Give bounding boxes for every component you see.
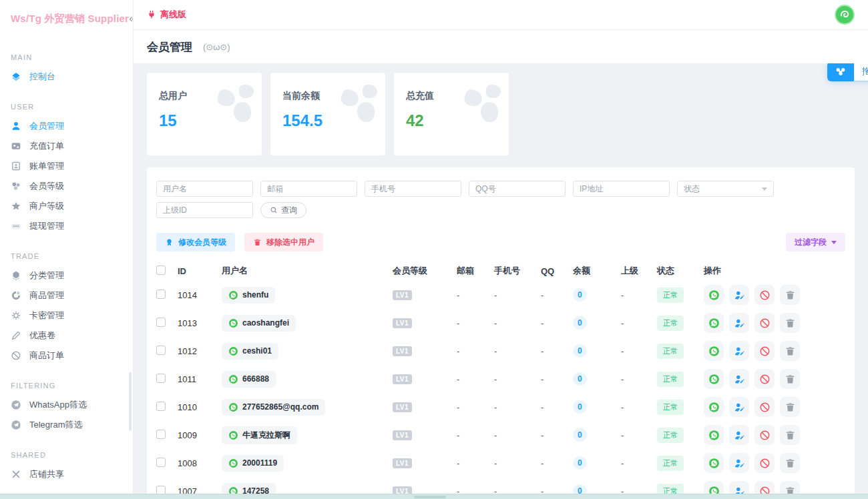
ban-user-button[interactable]: [754, 369, 775, 389]
delete-user-button[interactable]: [780, 285, 800, 305]
whatsapp-action-button[interactable]: [704, 313, 724, 333]
search-input-用户名[interactable]: [156, 181, 253, 197]
clover-icon: [11, 181, 21, 191]
username-badge[interactable]: shenfu: [222, 287, 275, 304]
kaomoji-text: (⊙ω⊙): [203, 42, 230, 52]
username-badge[interactable]: 666888: [222, 371, 276, 388]
collapse-sidebar-icon[interactable]: «: [129, 12, 134, 25]
sidebar-item-充值订单[interactable]: 充值订单: [0, 136, 133, 156]
ban-icon: [759, 402, 771, 413]
edit-user-button[interactable]: [729, 397, 749, 417]
delete-user-button[interactable]: [780, 313, 800, 333]
delete-user-button[interactable]: [780, 425, 800, 445]
username-badge[interactable]: 20001119: [222, 455, 284, 472]
row-checkbox[interactable]: [156, 346, 166, 355]
row-checkbox[interactable]: [156, 290, 166, 299]
sidebar-item-提现管理[interactable]: 提现管理: [0, 216, 133, 236]
username-badge[interactable]: 牛逼克拉斯啊: [222, 426, 297, 444]
username-badge[interactable]: ceshi01: [222, 343, 278, 360]
parent-id-input[interactable]: [156, 202, 253, 218]
user-edit-icon: [734, 402, 745, 413]
ban-user-button[interactable]: [754, 397, 775, 417]
edit-user-button[interactable]: [729, 341, 749, 361]
sidebar-item-商品管理[interactable]: 商品管理: [0, 286, 133, 306]
edit-user-button[interactable]: [729, 425, 749, 445]
delete-user-button[interactable]: [780, 341, 800, 361]
query-button[interactable]: 查询: [260, 202, 306, 218]
whatsapp-icon: [708, 458, 720, 469]
search-input-IP地址[interactable]: [573, 181, 670, 197]
delete-user-button[interactable]: [780, 453, 800, 473]
whatsapp-action-button[interactable]: [704, 453, 724, 473]
search-input-QQ号[interactable]: [469, 181, 566, 197]
sidebar-item-控制台[interactable]: 控制台: [0, 67, 133, 87]
row-checkbox[interactable]: [156, 402, 166, 411]
ban-user-button[interactable]: [754, 313, 775, 333]
user-edit-icon: [734, 346, 745, 357]
table-row: 1014 shenfu LV1 - - - 0 - 正常: [156, 281, 845, 309]
sidebar-item-会员等级[interactable]: 会员等级: [0, 176, 133, 196]
whatsapp-icon: [708, 402, 720, 413]
username-badge[interactable]: caoshangfei: [222, 315, 296, 332]
column-header: 邮箱: [457, 265, 494, 277]
star-icon: [11, 201, 21, 211]
username-badge[interactable]: 277652865@qq.com: [222, 399, 325, 416]
row-actions: [704, 369, 845, 389]
sidebar-item-店铺共享[interactable]: 店铺共享: [0, 464, 133, 484]
sidebar-item-Telegram筛选[interactable]: Telegram筛选: [0, 415, 133, 435]
delete-user-button[interactable]: [780, 369, 800, 389]
sidebar-item-WhatsApp筛选[interactable]: WhatsApp筛选: [0, 395, 133, 415]
search-input-手机号[interactable]: [365, 181, 461, 197]
bottom-scrollbar[interactable]: [0, 494, 868, 499]
sidebar-scrollbar[interactable]: [129, 372, 132, 431]
ban-user-button[interactable]: [754, 341, 775, 361]
delete-user-button[interactable]: [780, 397, 800, 417]
whatsapp-icon: [228, 458, 238, 468]
edit-user-button[interactable]: [729, 285, 749, 305]
select-all-checkbox[interactable]: [156, 266, 166, 275]
phone-cell: -: [494, 290, 541, 300]
offline-badge[interactable]: 离线版: [147, 9, 186, 21]
swirl-icon: [836, 6, 853, 23]
row-checkbox[interactable]: [156, 374, 166, 383]
send-icon: [11, 400, 21, 410]
ban-user-button[interactable]: [754, 425, 775, 445]
avatar[interactable]: [835, 5, 855, 25]
phone-cell: -: [494, 318, 541, 328]
sidebar-item-会员管理[interactable]: 会员管理: [0, 116, 133, 136]
row-checkbox[interactable]: [156, 318, 166, 327]
edit-level-button[interactable]: 修改会员等级: [156, 233, 235, 252]
whatsapp-action-button[interactable]: [704, 369, 724, 389]
remove-selected-button[interactable]: 移除选中用户: [244, 233, 323, 252]
edit-user-button[interactable]: [729, 369, 749, 389]
sidebar-item-商户等级[interactable]: 商户等级: [0, 196, 133, 216]
row-actions: [704, 341, 845, 361]
whatsapp-action-button[interactable]: [704, 397, 724, 417]
sidebar-item-卡密管理[interactable]: 卡密管理: [0, 306, 133, 326]
sidebar-item-账单管理[interactable]: 账单管理: [0, 156, 133, 176]
ban-user-button[interactable]: [754, 285, 775, 305]
sidebar-item-优惠卷[interactable]: 优惠卷: [0, 326, 133, 346]
edit-user-button[interactable]: [729, 453, 749, 473]
scrollbar-thumb[interactable]: [414, 496, 446, 498]
topbar: 离线版: [134, 0, 868, 30]
stat-card: 总充值 42: [394, 73, 509, 155]
row-checkbox[interactable]: [156, 458, 166, 467]
filter-fields-button[interactable]: 过滤字段: [786, 233, 845, 252]
parent-cell: -: [621, 290, 657, 300]
edit-user-button[interactable]: [729, 313, 749, 333]
status-select[interactable]: 状态: [677, 181, 774, 197]
sidebar-item-商品订单[interactable]: 商品订单: [0, 346, 133, 366]
qq-cell: -: [541, 458, 573, 468]
row-checkbox[interactable]: [156, 430, 166, 439]
ban-user-button[interactable]: [754, 453, 775, 473]
search-input-邮箱[interactable]: [260, 181, 357, 197]
whatsapp-action-button[interactable]: [704, 425, 724, 445]
whatsapp-action-button[interactable]: [704, 341, 724, 361]
stat-card: 总用户 15: [147, 73, 262, 155]
whatsapp-action-button[interactable]: [704, 285, 724, 305]
row-actions: [704, 425, 845, 445]
upload-widget[interactable]: 拖拽上传: [827, 63, 868, 81]
sidebar-item-分类管理[interactable]: 分类管理: [0, 266, 133, 286]
sidebar-nav: MAIN 控制台 USER 会员管理 充值订单 账单管理 会员等级 商户等级 提…: [0, 37, 133, 499]
